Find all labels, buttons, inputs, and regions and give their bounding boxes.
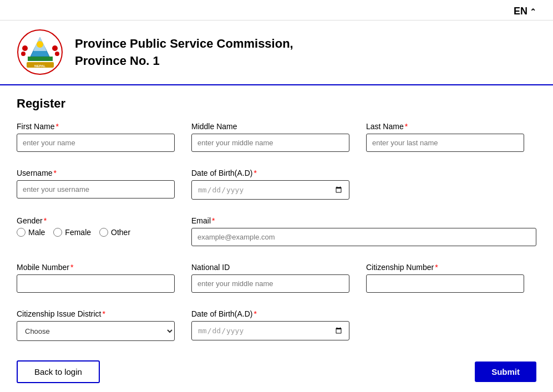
citizenship-number-input[interactable] bbox=[366, 274, 524, 293]
middle-name-input[interactable] bbox=[191, 134, 349, 152]
email-input[interactable] bbox=[191, 228, 536, 246]
gender-options: Male Female Other bbox=[17, 228, 175, 240]
gender-female-label: Female bbox=[65, 228, 91, 237]
first-name-label: First Name* bbox=[17, 122, 175, 131]
svg-point-5 bbox=[22, 45, 28, 51]
gender-other-option[interactable]: Other bbox=[99, 228, 130, 237]
logo-icon: NEPAL bbox=[17, 29, 64, 76]
dob-bs-label: Date of Birth(A.D)* bbox=[191, 309, 349, 318]
submit-button[interactable]: Submit bbox=[475, 362, 536, 382]
dob-bs-input[interactable] bbox=[191, 321, 349, 340]
first-name-group: First Name* bbox=[17, 122, 175, 152]
top-bar: EN ⌃ bbox=[0, 0, 553, 21]
citizenship-number-group: Citizenship Number* bbox=[366, 263, 524, 293]
name-row: First Name* Middle Name Last Name* bbox=[17, 122, 536, 160]
gender-male-option[interactable]: Male bbox=[17, 228, 45, 237]
lang-label: EN bbox=[514, 6, 527, 17]
register-form: First Name* Middle Name Last Name* Usern… bbox=[17, 122, 536, 383]
email-label: Email* bbox=[191, 216, 536, 225]
citizenship-district-select[interactable]: Choose Kathmandu Bhojpur Dhankuta Ilam J… bbox=[17, 321, 175, 341]
dob-input[interactable] bbox=[191, 180, 349, 200]
logo: NEPAL bbox=[17, 29, 64, 76]
first-name-input[interactable] bbox=[17, 134, 175, 152]
citizenship-number-label: Citizenship Number* bbox=[366, 263, 524, 272]
username-dob-row: Username* Date of Birth(A.D)* bbox=[17, 169, 536, 208]
chevron-down-icon: ⌃ bbox=[530, 7, 536, 16]
dob-label: Date of Birth(A.D)* bbox=[191, 169, 349, 177]
national-id-group: National ID bbox=[191, 263, 349, 293]
gender-other-label: Other bbox=[111, 228, 130, 237]
gender-group: Gender* Male Female Other bbox=[17, 216, 175, 246]
username-label: Username* bbox=[17, 169, 175, 177]
main-content: Register First Name* Middle Name Last Na… bbox=[0, 85, 553, 392]
gender-email-row: Gender* Male Female Other bbox=[17, 216, 536, 254]
national-id-input[interactable] bbox=[191, 274, 349, 293]
gender-other-radio[interactable] bbox=[99, 228, 108, 237]
district-dobbs-row: Citizenship Issue District* Choose Kathm… bbox=[17, 309, 536, 349]
username-input[interactable] bbox=[17, 180, 175, 198]
dob-group: Date of Birth(A.D)* bbox=[191, 169, 349, 200]
gender-female-option[interactable]: Female bbox=[53, 228, 91, 237]
svg-point-3 bbox=[37, 41, 43, 48]
back-to-login-button[interactable]: Back to login bbox=[17, 360, 100, 383]
mobile-group: Mobile Number* bbox=[17, 263, 175, 293]
mobile-national-citizen-row: Mobile Number* National ID Citizenship N… bbox=[17, 263, 536, 301]
svg-point-8 bbox=[55, 52, 59, 56]
page-title: Register bbox=[17, 96, 536, 111]
last-name-label: Last Name* bbox=[366, 122, 524, 131]
svg-point-7 bbox=[21, 52, 26, 56]
bottom-actions: Back to login Submit bbox=[17, 360, 536, 383]
mobile-input[interactable] bbox=[17, 274, 175, 293]
username-group: Username* bbox=[17, 169, 175, 200]
svg-point-6 bbox=[52, 45, 58, 51]
citizenship-district-label: Citizenship Issue District* bbox=[17, 309, 175, 318]
org-title: Province Public Service Commission,Provi… bbox=[75, 35, 293, 70]
gender-male-radio[interactable] bbox=[17, 228, 26, 237]
dob-bs-group: Date of Birth(A.D)* bbox=[191, 309, 349, 341]
email-group: Email* bbox=[191, 216, 536, 246]
gender-male-label: Male bbox=[28, 228, 45, 237]
gender-label: Gender* bbox=[17, 216, 175, 225]
page-header: NEPAL Province Public Service Commission… bbox=[0, 21, 553, 85]
middle-name-group: Middle Name bbox=[191, 122, 349, 152]
citizenship-district-group: Citizenship Issue District* Choose Kathm… bbox=[17, 309, 175, 341]
svg-text:NEPAL: NEPAL bbox=[34, 64, 45, 68]
language-selector[interactable]: EN ⌃ bbox=[514, 6, 536, 17]
svg-rect-4 bbox=[28, 57, 53, 61]
national-id-label: National ID bbox=[191, 263, 349, 272]
gender-female-radio[interactable] bbox=[53, 228, 62, 237]
middle-name-label: Middle Name bbox=[191, 122, 349, 131]
last-name-group: Last Name* bbox=[366, 122, 524, 152]
last-name-input[interactable] bbox=[366, 134, 524, 152]
mobile-label: Mobile Number* bbox=[17, 263, 175, 272]
